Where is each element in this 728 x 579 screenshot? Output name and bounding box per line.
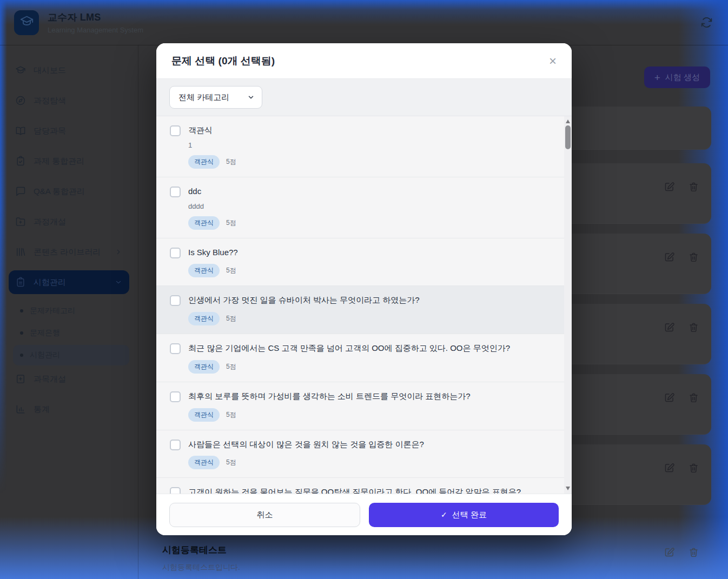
scrollbar-up-arrow[interactable] [566, 119, 570, 123]
sidebar-item-label: 과제 통합관리 [34, 156, 84, 167]
sidebar-item-subject-create[interactable]: 과목개설 [9, 367, 129, 391]
bar-chart-icon [15, 404, 26, 415]
edit-icon[interactable] [664, 462, 675, 474]
modal-title: 문제 선택 (0개 선택됨) [171, 54, 275, 68]
sidebar-item-statistics[interactable]: 통계 [9, 397, 129, 421]
question-row[interactable]: 사람들은 선택의 대상이 많은 것을 원치 않는 것을 입증한 이론은?객관식5… [156, 430, 564, 478]
scrollbar[interactable] [564, 116, 572, 494]
question-row[interactable]: 고객이 원하는 것을 물어보는 질문을 OO탐색 질문이라고 한다. OO에 들… [156, 478, 564, 494]
sidebar-item-exam-management[interactable]: 시험관리 [9, 270, 129, 294]
exam-card-actions [664, 462, 699, 474]
trash-icon[interactable] [688, 181, 699, 192]
question-row[interactable]: 객관식1객관식5점 [156, 116, 564, 177]
question-points: 5점 [226, 362, 236, 371]
sidebar: 대시보드과정탐색담당과목과제 통합관리Q&A 통합관리과정개설콘텐츠 라이브러리… [0, 45, 138, 579]
sidebar-item-label: Q&A 통합관리 [34, 187, 85, 197]
chat-icon [15, 186, 26, 197]
sidebar-item-content-library[interactable]: 콘텐츠 라이브러리 [9, 240, 129, 264]
sidebar-item-course-explore[interactable]: 과정탐색 [9, 89, 129, 112]
question-list: 객관식1객관식5점ddcdddd객관식5점Is Sky Blue??객관식5점인… [156, 116, 572, 494]
trash-icon[interactable] [688, 322, 699, 333]
sidebar-item-label: 대시보드 [34, 65, 66, 76]
question-body: ddcdddd객관식5점 [188, 185, 236, 230]
question-row[interactable]: 최근 많은 기업에서는 CS 고객 만족을 넘어 고객의 OO에 집중하고 있다… [156, 334, 564, 382]
question-title: 사람들은 선택의 대상이 많은 것을 원치 않는 것을 입증한 이론은? [188, 438, 424, 450]
category-select[interactable]: 전체 카테고리 [169, 86, 262, 109]
sidebar-item-label: 시험관리 [34, 277, 66, 288]
trash-icon[interactable] [688, 462, 699, 474]
cancel-button[interactable]: 취소 [169, 503, 360, 527]
question-meta: 객관식5점 [188, 264, 238, 277]
question-row[interactable]: 최후의 보루를 뜻하며 가성비를 생각하는 소비 트렌드를 무엇이라 표현하는가… [156, 382, 564, 430]
question-meta: 객관식5점 [188, 155, 236, 169]
question-checkbox[interactable] [170, 125, 181, 136]
refresh-icon[interactable] [700, 16, 714, 30]
question-meta: 객관식5점 [188, 408, 471, 422]
question-title: Is Sky Blue?? [188, 247, 238, 258]
sidebar-item-question-category[interactable]: 문제카테고리 [13, 301, 129, 321]
question-row[interactable]: ddcdddd객관식5점 [156, 177, 564, 238]
folder-plus-icon [15, 216, 26, 227]
sidebar-item-dashboard[interactable]: 대시보드 [9, 58, 129, 82]
sidebar-item-question-bank[interactable]: 문제은행 [13, 323, 129, 343]
question-body: 객관식1객관식5점 [188, 124, 236, 169]
scrollbar-down-arrow[interactable] [566, 487, 570, 490]
bullet-icon [20, 354, 23, 357]
edit-icon[interactable] [664, 251, 675, 263]
app-logo [14, 10, 39, 35]
library-icon [15, 247, 26, 257]
question-checkbox[interactable] [170, 440, 181, 450]
question-title: ddc [188, 185, 236, 197]
edit-icon[interactable] [664, 181, 675, 192]
sidebar-item-label: 담당과목 [34, 126, 66, 136]
question-checkbox[interactable] [170, 295, 181, 306]
question-checkbox[interactable] [170, 248, 181, 258]
bullet-icon [20, 331, 23, 335]
question-meta: 객관식5점 [188, 360, 510, 374]
trash-icon[interactable] [688, 251, 699, 263]
sidebar-item-qna-management[interactable]: Q&A 통합관리 [9, 179, 129, 203]
question-body: 고객이 원하는 것을 물어보는 질문을 OO탐색 질문이라고 한다. OO에 들… [188, 486, 521, 494]
exam-card-actions [664, 322, 699, 333]
sidebar-item-exam-management-sub[interactable]: 시험관리 [13, 345, 129, 365]
exam-card-title: 시험등록테스트 [162, 533, 711, 556]
trash-icon[interactable] [688, 392, 699, 403]
sidebar-item-label: 통계 [34, 404, 50, 415]
question-row[interactable]: Is Sky Blue??객관식5점 [156, 238, 564, 287]
question-title: 최근 많은 기업에서는 CS 고객 만족을 넘어 고객의 OO에 집중하고 있다… [188, 342, 510, 354]
sidebar-item-course-create[interactable]: 과정개설 [9, 210, 129, 234]
modal-filter-bar: 전체 카테고리 [156, 79, 572, 116]
chevron-down-icon [114, 278, 123, 287]
sidebar-item-my-courses[interactable]: 담당과목 [9, 119, 129, 143]
question-points: 5점 [226, 266, 236, 275]
question-checkbox[interactable] [170, 187, 181, 197]
sidebar-item-assignment-management[interactable]: 과제 통합관리 [9, 149, 129, 173]
question-type-badge: 객관식 [188, 312, 220, 325]
question-type-badge: 객관식 [188, 456, 220, 469]
question-row[interactable]: 인생에서 가장 멋진 일을 슈바이처 박사는 무엇이라고 하였는가?객관식5점 [156, 286, 564, 334]
chevron-right-icon [114, 248, 123, 256]
modal-header: 문제 선택 (0개 선택됨) × [156, 43, 572, 79]
question-checkbox[interactable] [170, 391, 181, 402]
question-type-badge: 객관식 [188, 155, 220, 169]
confirm-label: 선택 완료 [452, 510, 487, 520]
edit-icon[interactable] [664, 547, 675, 558]
app-header: 교수자 LMS Learning Management System [0, 0, 728, 45]
question-checkbox[interactable] [170, 343, 181, 354]
question-points: 5점 [226, 157, 236, 167]
sidebar-nav: 대시보드과정탐색담당과목과제 통합관리Q&A 통합관리과정개설콘텐츠 라이브러리… [0, 58, 138, 421]
scrollbar-thumb[interactable] [565, 125, 571, 149]
edit-icon[interactable] [664, 392, 675, 403]
question-title: 객관식 [188, 124, 236, 136]
sidebar-item-label: 시험관리 [30, 350, 60, 360]
sidebar-item-label: 문제은행 [30, 328, 60, 338]
close-icon[interactable]: × [549, 55, 557, 68]
book-plus-icon [15, 374, 26, 384]
question-checkbox[interactable] [170, 487, 181, 494]
trash-icon[interactable] [688, 547, 699, 558]
confirm-button[interactable]: ✓ 선택 완료 [369, 503, 559, 527]
edit-icon[interactable] [664, 322, 675, 333]
question-type-badge: 객관식 [188, 216, 220, 230]
create-exam-button[interactable]: + 시험 생성 [644, 66, 710, 88]
clipboard-check-icon [15, 156, 26, 167]
